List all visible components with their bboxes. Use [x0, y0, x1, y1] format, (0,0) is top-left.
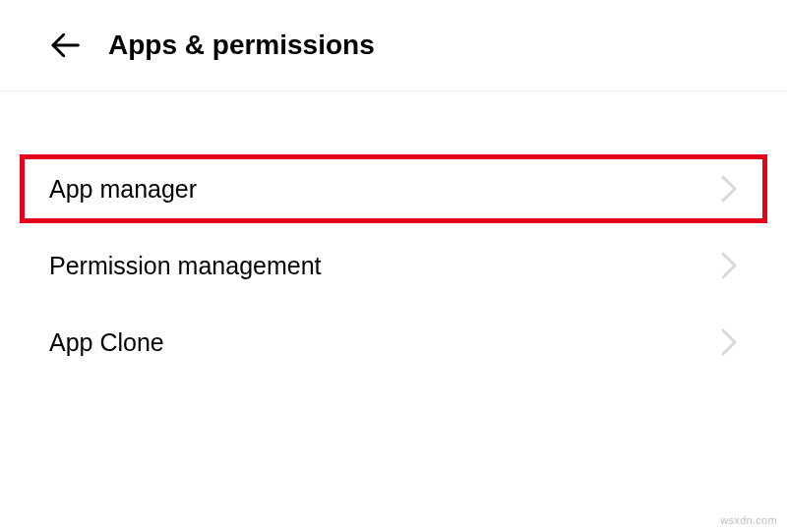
menu-item-permission-management[interactable]: Permission management: [0, 227, 787, 304]
chevron-right-icon: [720, 327, 738, 357]
menu-item-label: App Clone: [49, 328, 164, 357]
chevron-right-icon: [720, 251, 738, 280]
page-title: Apps & permissions: [108, 30, 375, 61]
header: Apps & permissions: [0, 0, 787, 91]
watermark: wsxdn.com: [720, 514, 777, 526]
chevron-right-icon: [720, 174, 738, 204]
menu-item-app-manager[interactable]: App manager: [0, 150, 787, 227]
back-icon[interactable]: [49, 30, 81, 61]
menu-item-label: App manager: [49, 175, 197, 204]
menu-item-app-clone[interactable]: App Clone: [0, 304, 787, 381]
menu-item-label: Permission management: [49, 252, 322, 280]
menu-list: App manager Permission management App Cl…: [0, 91, 787, 381]
